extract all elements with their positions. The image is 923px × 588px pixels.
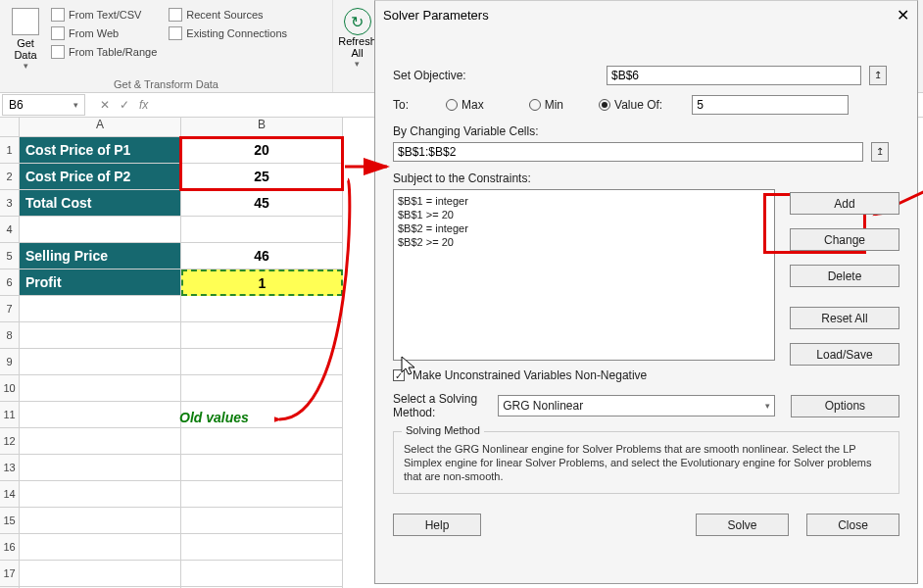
- get-data-button[interactable]: Get Data ▾: [8, 4, 43, 74]
- fx-icon[interactable]: fx: [139, 98, 148, 112]
- cell[interactable]: Cost Price of P1: [20, 137, 181, 164]
- row-header[interactable]: 1: [0, 137, 20, 164]
- row-header[interactable]: 4: [0, 217, 20, 243]
- cell[interactable]: Total Cost: [20, 190, 181, 217]
- cell[interactable]: Profit: [20, 270, 181, 296]
- from-text-csv[interactable]: From Text/CSV: [47, 6, 161, 24]
- cell[interactable]: [20, 217, 181, 243]
- file-icon: [51, 8, 65, 22]
- cell[interactable]: 1: [181, 270, 343, 296]
- row-header[interactable]: 3: [0, 190, 20, 217]
- chevron-down-icon: ▾: [24, 61, 28, 71]
- cell[interactable]: [181, 217, 343, 243]
- name-box[interactable]: B6 ▾: [2, 94, 85, 116]
- row-header[interactable]: 9: [0, 349, 20, 375]
- row-header[interactable]: 15: [0, 508, 20, 534]
- range-picker-icon[interactable]: ↥: [871, 142, 889, 162]
- cell[interactable]: [181, 402, 343, 428]
- cell[interactable]: [181, 296, 343, 322]
- row-header[interactable]: 2: [0, 164, 20, 190]
- existing-connections[interactable]: Existing Connections: [165, 24, 291, 42]
- value-of-input[interactable]: [692, 95, 849, 115]
- cell[interactable]: [20, 455, 181, 481]
- cell[interactable]: Selling Price: [20, 243, 181, 270]
- cell[interactable]: [20, 349, 181, 375]
- select-all-corner[interactable]: [0, 118, 20, 137]
- radio-value-of[interactable]: Value Of:: [599, 98, 662, 112]
- cell[interactable]: [20, 561, 181, 587]
- row-header[interactable]: 10: [0, 375, 20, 402]
- chevron-down-icon: ▾: [765, 401, 770, 411]
- cell[interactable]: [20, 508, 181, 534]
- cell[interactable]: [20, 428, 181, 455]
- constraints-label: Subject to the Constraints:: [393, 172, 899, 185]
- from-web[interactable]: From Web: [47, 24, 161, 42]
- cell[interactable]: [20, 534, 181, 561]
- row-header[interactable]: 7: [0, 296, 20, 322]
- row-header[interactable]: 5: [0, 243, 20, 270]
- ribbon-group-label: Get & Transform Data: [0, 78, 332, 90]
- delete-button[interactable]: Delete: [790, 265, 899, 287]
- radio-min[interactable]: Min: [529, 98, 563, 112]
- cell[interactable]: 20: [181, 137, 343, 164]
- changing-cells-input[interactable]: [393, 142, 863, 162]
- help-button[interactable]: Help: [393, 514, 481, 536]
- cell[interactable]: [20, 402, 181, 428]
- add-button[interactable]: Add: [790, 192, 899, 215]
- load-save-button[interactable]: Load/Save: [790, 343, 899, 366]
- from-table-range[interactable]: From Table/Range: [47, 43, 161, 61]
- cell[interactable]: [181, 534, 343, 561]
- cell[interactable]: [20, 296, 181, 322]
- chevron-down-icon: ▾: [355, 59, 360, 69]
- cell[interactable]: [181, 481, 343, 508]
- solve-button[interactable]: Solve: [696, 514, 789, 536]
- row-header[interactable]: 16: [0, 534, 20, 561]
- row-header[interactable]: 8: [0, 322, 20, 349]
- cell[interactable]: [181, 508, 343, 534]
- solving-method-panel: Solving Method Select the GRG Nonlinear …: [393, 431, 899, 494]
- radio-max[interactable]: Max: [446, 98, 484, 112]
- row-header[interactable]: 13: [0, 455, 20, 481]
- constraints-listbox[interactable]: $B$1 = integer$B$1 >= 20$B$2 = integer$B…: [393, 189, 775, 361]
- database-icon: [12, 8, 39, 35]
- cell[interactable]: [20, 322, 181, 349]
- row-header[interactable]: 14: [0, 481, 20, 508]
- close-dialog-button[interactable]: Close: [806, 514, 899, 536]
- solving-method-select[interactable]: GRG Nonlinear ▾: [498, 395, 775, 416]
- nonneg-checkbox[interactable]: ✓: [393, 369, 405, 381]
- cell[interactable]: [181, 375, 343, 402]
- set-objective-label: Set Objective:: [393, 69, 599, 82]
- set-objective-input[interactable]: [607, 66, 861, 85]
- to-label: To:: [393, 98, 438, 112]
- cell[interactable]: [20, 481, 181, 508]
- cancel-icon[interactable]: ✕: [100, 98, 110, 112]
- solver-dialog: Solver Parameters ✕ Cell reference for c…: [374, 0, 918, 584]
- refresh-all-button[interactable]: Refresh All ▾: [341, 4, 373, 73]
- recent-sources[interactable]: Recent Sources: [165, 6, 291, 24]
- range-picker-icon[interactable]: ↥: [869, 66, 887, 85]
- reset-all-button[interactable]: Reset All: [790, 307, 899, 329]
- cell[interactable]: 45: [181, 190, 343, 217]
- change-button[interactable]: Change: [790, 228, 899, 251]
- cell[interactable]: [181, 455, 343, 481]
- nonneg-label: Make Unconstrained Variables Non-Negativ…: [413, 368, 647, 382]
- row-header[interactable]: 12: [0, 428, 20, 455]
- globe-icon: [51, 26, 65, 40]
- row-header[interactable]: 17: [0, 561, 20, 587]
- cell[interactable]: [181, 428, 343, 455]
- cell[interactable]: 25: [181, 164, 343, 190]
- cell[interactable]: 46: [181, 243, 343, 270]
- cell[interactable]: Cost Price of P2: [20, 164, 181, 190]
- cell[interactable]: [181, 322, 343, 349]
- confirm-icon[interactable]: ✓: [120, 98, 129, 112]
- cell[interactable]: [181, 561, 343, 587]
- select-method-label: Select a Solving Method:: [393, 392, 490, 419]
- row-header[interactable]: 6: [0, 270, 20, 296]
- close-button[interactable]: ✕: [897, 6, 909, 24]
- cell[interactable]: [20, 375, 181, 402]
- column-header-A[interactable]: A: [20, 118, 181, 137]
- options-button[interactable]: Options: [791, 395, 899, 417]
- column-header-B[interactable]: B: [181, 118, 343, 137]
- row-header[interactable]: 11: [0, 402, 20, 428]
- cell[interactable]: [181, 349, 343, 375]
